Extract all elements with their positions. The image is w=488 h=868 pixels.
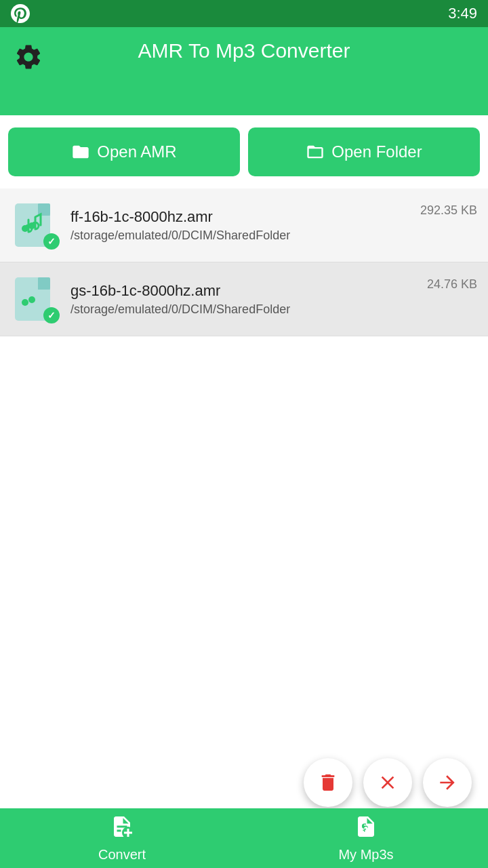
svg-point-7: [28, 296, 35, 303]
my-mp3s-label: My Mp3s: [338, 847, 393, 863]
file-path: /storage/emulated/0/DCIM/SharedFolder: [70, 302, 420, 317]
next-button[interactable]: [423, 758, 472, 807]
status-time: 3:49: [448, 5, 477, 22]
open-folder-button[interactable]: Open Folder: [248, 127, 480, 176]
file-name: gs-16b-1c-8000hz.amr: [70, 282, 420, 300]
selected-badge: [43, 307, 60, 323]
delete-button[interactable]: [304, 758, 352, 807]
pinterest-icon: [11, 4, 30, 23]
settings-button[interactable]: [11, 39, 46, 75]
nav-convert[interactable]: Convert: [0, 808, 244, 868]
file-list: ff-16b-1c-8000hz.amr /storage/emulated/0…: [0, 189, 488, 336]
file-size: 24.76 KB: [427, 277, 477, 292]
fab-row: [304, 758, 472, 807]
file-info: gs-16b-1c-8000hz.amr /storage/emulated/0…: [70, 282, 420, 317]
open-amr-button[interactable]: Open AMR: [8, 127, 240, 176]
svg-rect-5: [38, 277, 50, 290]
app-title: AMR To Mp3 Converter: [0, 39, 488, 62]
file-icon-wrap: [11, 275, 60, 323]
action-buttons: Open AMR Open Folder: [0, 115, 488, 189]
svg-point-2: [22, 225, 28, 232]
file-path: /storage/emulated/0/DCIM/SharedFolder: [70, 229, 413, 243]
convert-icon: [110, 814, 134, 844]
convert-label: Convert: [98, 847, 146, 863]
file-name: ff-16b-1c-8000hz.amr: [70, 208, 413, 226]
app-header: AMR To Mp3 Converter: [0, 27, 488, 115]
file-item[interactable]: gs-16b-1c-8000hz.amr /storage/emulated/0…: [0, 262, 488, 336]
file-icon-wrap: [11, 201, 60, 250]
selected-badge: [43, 233, 60, 250]
my-mp3s-icon: [354, 814, 378, 844]
file-size: 292.35 KB: [420, 203, 477, 218]
status-bar: 3:49: [0, 0, 488, 27]
svg-point-3: [28, 222, 35, 229]
svg-point-6: [22, 299, 28, 306]
file-item[interactable]: ff-16b-1c-8000hz.amr /storage/emulated/0…: [0, 189, 488, 262]
bottom-nav: Convert My Mp3s: [0, 808, 488, 868]
clear-button[interactable]: [363, 758, 412, 807]
nav-my-mp3s[interactable]: My Mp3s: [244, 808, 488, 868]
file-info: ff-16b-1c-8000hz.amr /storage/emulated/0…: [70, 208, 413, 243]
